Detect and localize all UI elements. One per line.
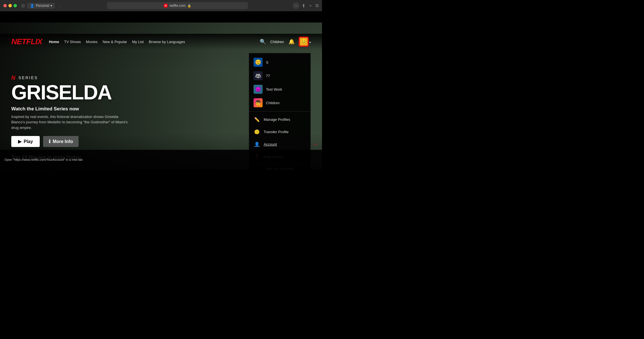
hero-section: NETFLIX Home TV Shows Movies New & Popul…	[0, 23, 322, 170]
profile-item-s[interactable]: 😊 S	[249, 55, 310, 69]
children-avatar-icon: 👦	[255, 100, 261, 106]
profile-emoji-icon: 😊	[301, 39, 307, 45]
nav-tv-shows[interactable]: TV Shows	[64, 40, 81, 44]
nav-movies[interactable]: Movies	[86, 40, 97, 44]
minimize-button[interactable]	[8, 4, 12, 7]
s-avatar-icon: 😊	[255, 59, 261, 65]
manage-profiles-item[interactable]: ✏️ Manage Profiles	[249, 113, 310, 126]
traffic-lights	[3, 4, 17, 7]
netflix-logo: NETFLIX	[11, 37, 42, 46]
profile-avatar-testwork: 😈	[254, 85, 263, 94]
profile-name-children: Children	[266, 101, 279, 105]
transfer-profile-label: Transfer Profile	[264, 130, 288, 134]
netflix-n-logo: N	[11, 75, 16, 81]
browser-menu-button[interactable]: ···	[293, 2, 299, 9]
sidebar-toggle-icon[interactable]: ⊡	[21, 3, 25, 8]
play-icon: ▶	[18, 139, 21, 144]
more-info-label: More Info	[53, 139, 73, 144]
hero-title: GRISELDA	[11, 83, 130, 102]
transfer-icon: 🙂	[254, 128, 260, 135]
profile-menu-wrapper: 😊 ▴ 😊 S	[299, 37, 311, 46]
browser-actions: ⬆ ＋ ⧉	[302, 3, 319, 9]
netflix-header: NETFLIX Home TV Shows Movies New & Popul…	[0, 34, 322, 50]
main-nav: Home TV Shows Movies New & Popular My Li…	[49, 40, 185, 44]
profile-avatar-77: 🦝	[254, 71, 263, 80]
hero-action-buttons: ▶ Play ℹ More Info	[11, 136, 130, 147]
profile-avatar-children: 👦	[254, 98, 263, 107]
chevron-down-icon: ▾	[50, 4, 52, 8]
account-person-icon: 👤	[254, 141, 260, 148]
profile-item-children[interactable]: 👦 Children	[249, 96, 310, 110]
more-info-button[interactable]: ℹ More Info	[43, 136, 79, 147]
account-item-wrapper: 👤 Account ←	[249, 138, 310, 150]
account-item[interactable]: 👤 Account	[249, 138, 310, 150]
profile-name-77: 77	[266, 74, 270, 78]
profile-name-testwork: Test Work	[266, 87, 282, 92]
dropdown-divider-1	[249, 111, 310, 111]
status-bar-text: Open "https://www.netflix.com/YourAccoun…	[5, 158, 83, 161]
notifications-bell-icon[interactable]: 🔔	[288, 39, 295, 45]
transfer-profile-item[interactable]: 🙂 Transfer Profile	[249, 126, 310, 138]
profile-avatar-s: 😊	[254, 58, 263, 67]
hero-description: Inspired by real events, this fictional …	[11, 114, 130, 131]
hero-subtitle: Watch the Limited Series now	[11, 106, 130, 112]
close-button[interactable]	[3, 4, 7, 7]
share-icon[interactable]: ⬆	[302, 3, 305, 8]
caret-down-icon[interactable]: ▴	[309, 40, 311, 43]
profile-item-testwork[interactable]: 😈 Test Work	[249, 82, 310, 96]
play-label: Play	[24, 139, 33, 144]
nav-browse-languages[interactable]: Browse by Languages	[149, 40, 185, 44]
pencil-icon: ✏️	[254, 116, 260, 123]
children-link[interactable]: Children	[270, 40, 284, 44]
page-wrapper: ⊡ 👤 Personal ▾ ‹ N netflix.com 🔒 ··· ⬆ ＋…	[0, 0, 322, 170]
url-text: netflix.com	[169, 4, 185, 8]
address-bar[interactable]: N netflix.com 🔒	[107, 2, 248, 9]
profile-avatar-button[interactable]: 😊	[299, 37, 308, 46]
tab-overview-icon[interactable]: ⧉	[316, 3, 319, 8]
info-circle-icon: ℹ	[49, 139, 50, 144]
nav-my-list[interactable]: My List	[132, 40, 144, 44]
profile-name-s: S	[266, 60, 268, 64]
manage-profiles-label: Manage Profiles	[264, 117, 290, 122]
back-button[interactable]: ‹	[57, 3, 62, 8]
nav-new-popular[interactable]: New & Popular	[103, 40, 127, 44]
search-icon[interactable]: 🔍	[260, 39, 266, 45]
netflix-favicon: N	[164, 4, 168, 8]
browser-profile-button[interactable]: 👤 Personal ▾	[27, 3, 55, 9]
person-icon: 👤	[30, 4, 34, 8]
fullscreen-button[interactable]	[14, 4, 17, 7]
account-arrow-indicator: ←	[313, 140, 319, 148]
77-avatar-icon: 🦝	[255, 73, 261, 79]
play-button[interactable]: ▶ Play	[11, 136, 40, 147]
account-label: Account	[264, 142, 277, 146]
status-bar: Open "https://www.netflix.com/YourAccoun…	[0, 150, 322, 170]
hero-content: N SERIES GRISELDA Watch the Limited Seri…	[11, 75, 130, 147]
header-right: 🔍 Children 🔔 😊 ▴ 😊	[260, 37, 311, 46]
lock-icon: 🔒	[187, 4, 191, 8]
nav-home[interactable]: Home	[49, 40, 59, 44]
profile-item-77[interactable]: 🦝 77	[249, 69, 310, 82]
series-label: N SERIES	[11, 75, 130, 81]
new-tab-icon[interactable]: ＋	[308, 3, 313, 9]
series-text: SERIES	[18, 75, 38, 80]
browser-profile-name: Personal	[36, 4, 49, 8]
ellipsis-icon: ···	[294, 3, 298, 8]
mac-titlebar: ⊡ 👤 Personal ▾ ‹ N netflix.com 🔒 ··· ⬆ ＋…	[0, 0, 322, 11]
testwork-avatar-icon: 😈	[255, 86, 261, 92]
